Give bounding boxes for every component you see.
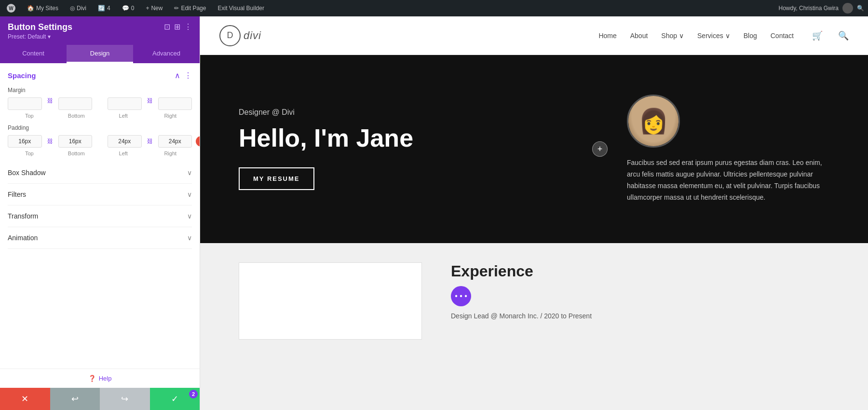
tab-design[interactable]: Design — [67, 45, 133, 63]
admin-new[interactable]: + New — [143, 3, 165, 14]
admin-exit-builder[interactable]: Exit Visual Builder — [215, 3, 267, 14]
margin-right-input[interactable] — [158, 97, 192, 110]
chevron-down-icon: ∨ — [187, 234, 192, 242]
settings-panel: Button Settings Preset: Default ▾ ⊡ ⊞ ⋮ … — [0, 16, 200, 410]
accordion-animation: Animation ∨ — [8, 227, 192, 249]
margin-bottom-input[interactable] — [58, 97, 93, 110]
wp-logo-item[interactable]: W — [4, 2, 18, 14]
padding-right-label: Right — [149, 150, 192, 156]
padding-right-input[interactable] — [158, 135, 192, 148]
lower-right-content: Experience • • • Design Lead @ Monarch I… — [451, 262, 829, 320]
margin-bottom-label: Bottom — [55, 113, 98, 119]
spacing-section-header: Spacing ∧ ⋮ — [8, 71, 192, 80]
nav-item-shop[interactable]: Shop ∨ — [661, 32, 684, 40]
spacing-more-icon[interactable]: ⋮ — [184, 71, 192, 80]
margin-top-input[interactable] — [8, 97, 42, 110]
tab-content[interactable]: Content — [0, 45, 67, 63]
margin-left-group — [108, 97, 142, 110]
logo-text: divi — [244, 29, 261, 42]
panel-body: Spacing ∧ ⋮ Margin ⛓ ⛓ — [0, 63, 200, 369]
admin-my-sites[interactable]: 🏠 My Sites — [24, 3, 61, 14]
redo-button[interactable]: ↪ — [100, 388, 150, 410]
experience-more-button[interactable]: • • • — [451, 286, 471, 306]
cancel-button[interactable]: ✕ — [0, 388, 50, 410]
padding-link-icon-1[interactable]: ⛓ — [46, 138, 54, 145]
site-preview: D divi Home About Shop ∨ Services ∨ — [200, 16, 868, 410]
hero-description: Faucibus sed sed erat ipsum purus egesta… — [627, 157, 829, 203]
panel-actions: ✕ ↩ ↪ ✓ 2 — [0, 388, 200, 410]
nav-item-services[interactable]: Services ∨ — [697, 32, 730, 40]
panel-header: Button Settings Preset: Default ▾ ⊡ ⊞ ⋮ — [0, 16, 200, 45]
lower-left-card — [239, 262, 422, 340]
spacing-controls: ∧ ⋮ — [175, 71, 192, 80]
site-logo: D divi — [219, 25, 261, 46]
padding-bottom-group — [58, 135, 93, 148]
resume-button[interactable]: MY RESUME — [239, 167, 314, 190]
nav-item-blog[interactable]: Blog — [744, 32, 757, 40]
margin-left-input[interactable] — [108, 97, 142, 110]
tab-advanced[interactable]: Advanced — [133, 45, 200, 63]
home-icon: 🏠 — [27, 5, 34, 12]
padding-link-icon-2[interactable]: ⛓ — [146, 138, 154, 145]
accordion-box-shadow-header[interactable]: Box Shadow ∨ — [8, 169, 192, 177]
shop-dropdown-icon: ∨ — [679, 32, 684, 40]
services-dropdown-icon: ∨ — [725, 32, 730, 40]
panel-footer[interactable]: ❓ Help — [0, 369, 200, 388]
nav-item-home[interactable]: Home — [598, 32, 616, 40]
margin-link-icon-1[interactable]: ⛓ — [46, 97, 54, 110]
admin-updates[interactable]: 🔄 4 — [95, 3, 113, 14]
nav-item-contact[interactable]: Contact — [771, 32, 794, 40]
updates-icon: 🔄 — [98, 5, 105, 12]
margin-top-label: Top — [8, 113, 51, 119]
wordpress-icon: W — [7, 4, 15, 13]
panel-more-icon[interactable]: ⋮ — [184, 22, 192, 31]
accordion-transform-header[interactable]: Transform ∨ — [8, 212, 192, 220]
chevron-down-icon: ∨ — [187, 191, 192, 198]
panel-preset[interactable]: Preset: Default ▾ — [8, 33, 72, 40]
padding-bottom-label: Bottom — [55, 150, 98, 156]
padding-inputs: ⛓ ⛓ 1 — [8, 135, 192, 148]
admin-divi[interactable]: ◎ Divi — [67, 3, 89, 14]
accordion-filters-header[interactable]: Filters ∨ — [8, 191, 192, 198]
undo-button[interactable]: ↩ — [50, 388, 100, 410]
hero-left: Designer @ Divi Hello, I'm Jane MY RESUM… — [239, 108, 608, 190]
panel-grid-icon[interactable]: ⊞ — [174, 22, 180, 31]
search-icon-admin[interactable]: 🔍 — [857, 5, 864, 12]
hero-title: Hello, I'm Jane — [239, 124, 608, 152]
panel-tabs: Content Design Advanced — [0, 45, 200, 63]
panel-title: Button Settings — [8, 22, 72, 32]
spacing-collapse-icon[interactable]: ∧ — [175, 71, 180, 80]
nav-item-about[interactable]: About — [630, 32, 648, 40]
cart-icon[interactable]: 🛒 — [812, 30, 823, 41]
padding-left-input[interactable] — [108, 135, 142, 148]
admin-bar: W 🏠 My Sites ◎ Divi 🔄 4 💬 0 + New ✏ Edit… — [0, 0, 868, 16]
margin-right-group — [158, 97, 192, 110]
margin-link-icon-2[interactable]: ⛓ — [146, 97, 154, 110]
admin-comments[interactable]: 💬 0 — [119, 3, 137, 14]
site-menu: Home About Shop ∨ Services ∨ Blog Contac — [598, 30, 849, 41]
edit-icon: ✏ — [174, 5, 179, 12]
padding-left-label: Left — [102, 150, 145, 156]
padding-bottom-input[interactable] — [58, 135, 93, 148]
hero-right: 👩 Faucibus sed sed erat ipsum purus eges… — [608, 95, 829, 203]
margin-label: Margin — [8, 87, 192, 94]
help-icon: ❓ — [88, 375, 96, 382]
save-button[interactable]: ✓ 2 — [150, 388, 200, 410]
admin-edit-page[interactable]: ✏ Edit Page — [171, 3, 209, 14]
hero-section: Designer @ Divi Hello, I'm Jane MY RESUM… — [200, 55, 868, 243]
panel-resize-icon[interactable]: ⊡ — [164, 22, 170, 31]
accordion-transform: Transform ∨ — [8, 205, 192, 227]
margin-labels: Top Bottom Left Right — [8, 113, 192, 119]
add-element-button[interactable]: + — [592, 141, 608, 157]
padding-top-input[interactable] — [8, 135, 42, 148]
hero-subtitle: Designer @ Divi — [239, 108, 608, 117]
padding-left-group — [108, 135, 142, 148]
site-navigation: D divi Home About Shop ∨ Services ∨ — [200, 16, 868, 55]
margin-bottom-group — [58, 97, 93, 110]
panel-header-icons[interactable]: ⊡ ⊞ ⋮ — [164, 22, 192, 31]
accordion-box-shadow: Box Shadow ∨ — [8, 162, 192, 184]
experience-heading: Experience — [451, 262, 829, 280]
accordion-animation-header[interactable]: Animation ∨ — [8, 234, 192, 242]
search-icon-nav[interactable]: 🔍 — [838, 30, 849, 41]
padding-labels: Top Bottom Left Right — [8, 150, 192, 156]
